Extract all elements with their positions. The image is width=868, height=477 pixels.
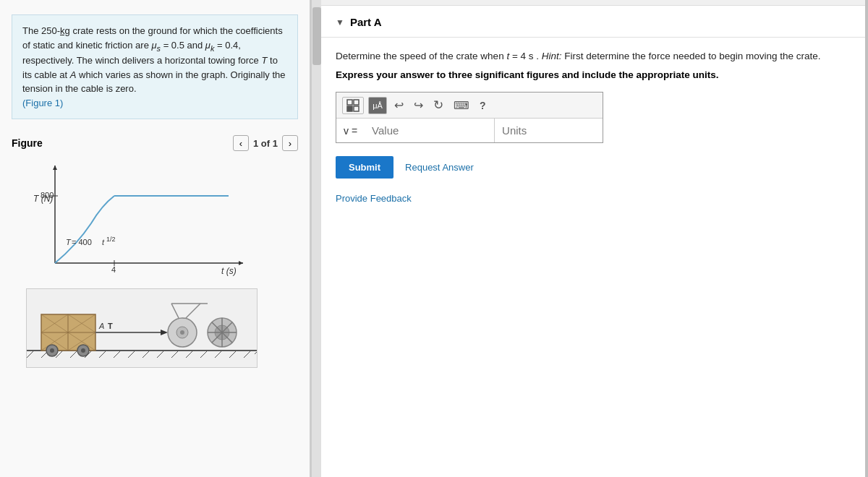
- svg-text:T: T: [66, 238, 72, 246]
- question-bold: Express your answer to three significant…: [336, 69, 854, 80]
- svg-rect-66: [347, 106, 352, 111]
- problem-box: The 250-kg crate rests on the ground for…: [12, 14, 298, 119]
- figure-nav[interactable]: ‹ 1 of 1 ›: [233, 135, 298, 151]
- svg-line-55: [186, 304, 200, 318]
- svg-line-19: [70, 351, 77, 358]
- svg-line-24: [142, 351, 150, 358]
- figure-next-button[interactable]: ›: [282, 135, 298, 151]
- figure-nav-text: 1 of 1: [253, 138, 278, 149]
- chart-container: T (N) t (s) 800 4 T = 400 t 1/2: [26, 158, 258, 288]
- svg-line-29: [215, 351, 222, 358]
- figure-label: Figure: [12, 137, 43, 149]
- part-label: Part A: [350, 16, 382, 28]
- top-bar: [321, 0, 868, 6]
- svg-line-30: [229, 351, 237, 358]
- answer-box: μÅ ↩ ↪ ↻ ⌨ ? v =: [336, 92, 603, 143]
- svg-text:T: T: [108, 322, 113, 330]
- v-label: v =: [336, 119, 365, 142]
- refresh-icon[interactable]: ↻: [430, 96, 446, 114]
- provide-feedback-link[interactable]: Provide Feedback: [336, 193, 412, 204]
- figure-link[interactable]: (Figure 1): [22, 98, 63, 108]
- value-input[interactable]: [365, 119, 495, 142]
- svg-text:t (s): t (s): [221, 266, 237, 276]
- svg-point-47: [81, 348, 85, 353]
- formula-btn-label: μÅ: [373, 101, 383, 110]
- request-answer-link[interactable]: Request Answer: [405, 162, 474, 173]
- figure-prev-button[interactable]: ‹: [233, 135, 249, 151]
- scroll-thumb[interactable]: [312, 7, 321, 65]
- svg-line-26: [171, 351, 179, 358]
- svg-text:4: 4: [111, 265, 116, 274]
- svg-line-16: [27, 351, 34, 358]
- formula-btn[interactable]: μÅ: [368, 97, 387, 114]
- action-row: Submit Request Answer: [336, 156, 854, 179]
- keyboard-icon[interactable]: ⌨: [451, 98, 472, 113]
- toolbar-row: μÅ ↩ ↪ ↻ ⌨ ?: [336, 93, 603, 119]
- question-area: Determine the speed of the crate when t …: [321, 38, 868, 215]
- collapse-icon[interactable]: ▼: [336, 17, 344, 27]
- svg-text:1/2: 1/2: [106, 236, 116, 243]
- svg-text:t: t: [102, 238, 105, 246]
- svg-text:A: A: [98, 322, 104, 330]
- problem-text: The 250-kg crate rests on the ground for…: [22, 25, 285, 94]
- svg-line-27: [186, 351, 193, 358]
- svg-point-45: [50, 348, 54, 353]
- submit-button[interactable]: Submit: [336, 156, 393, 179]
- grid-icon: [346, 99, 359, 112]
- part-header: ▼ Part A: [321, 6, 868, 38]
- question-text: Determine the speed of the crate when t …: [336, 49, 854, 64]
- svg-rect-67: [354, 106, 359, 111]
- svg-line-56: [171, 304, 179, 318]
- svg-point-54: [180, 330, 184, 335]
- left-scrollbar[interactable]: [311, 0, 321, 477]
- svg-line-31: [244, 351, 251, 358]
- svg-text:800: 800: [41, 191, 54, 199]
- right-edge-bar: [865, 0, 868, 477]
- crate-illustration: A T: [26, 288, 258, 368]
- svg-marker-13: [239, 261, 243, 265]
- help-icon[interactable]: ?: [477, 98, 489, 113]
- crate-svg: A T: [27, 289, 258, 368]
- svg-line-23: [128, 351, 135, 358]
- redo-icon[interactable]: ↪: [411, 97, 426, 113]
- svg-line-28: [200, 351, 208, 358]
- svg-marker-49: [161, 330, 168, 335]
- svg-line-25: [157, 351, 164, 358]
- undo-icon[interactable]: ↩: [391, 97, 407, 113]
- left-panel: The 250-kg crate rests on the ground for…: [0, 0, 311, 477]
- svg-line-21: [99, 351, 106, 358]
- input-row: v =: [336, 119, 603, 142]
- svg-line-22: [114, 351, 121, 358]
- chart-svg: T (N) t (s) 800 4 T = 400 t 1/2: [26, 158, 258, 288]
- svg-marker-14: [53, 166, 57, 170]
- svg-text:= 400: = 400: [72, 238, 92, 246]
- figure-area: T (N) t (s) 800 4 T = 400 t 1/2: [0, 158, 310, 375]
- units-input[interactable]: [495, 119, 589, 142]
- right-panel: ▼ Part A Determine the speed of the crat…: [321, 0, 868, 477]
- svg-rect-65: [354, 100, 359, 105]
- figure-header: Figure ‹ 1 of 1 ›: [0, 128, 310, 158]
- svg-rect-64: [347, 100, 352, 105]
- grid-icon-btn[interactable]: [342, 97, 364, 114]
